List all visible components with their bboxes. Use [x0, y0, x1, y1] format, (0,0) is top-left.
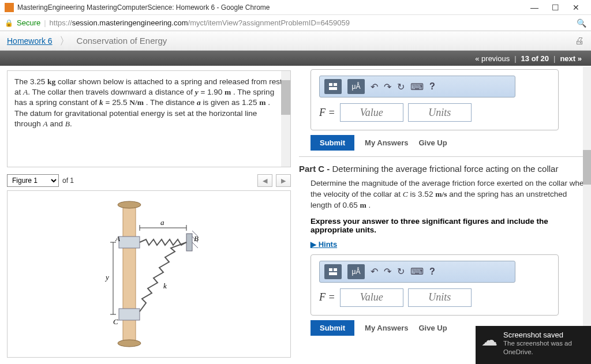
redo-icon[interactable]: ↷ — [384, 266, 391, 277]
position-indicator: 13 of 20 — [521, 54, 549, 63]
right-panel: μÅ ↶ ↷ ↻ ⌨ ? F = Submit My Answers Give … — [294, 66, 591, 364]
page-scrollbar-track[interactable] — [583, 67, 591, 352]
problem-statement: The 3.25 kg collar shown below is attach… — [7, 70, 291, 167]
give-up-link[interactable]: Give Up — [418, 324, 447, 332]
svg-text:k: k — [163, 282, 167, 290]
cloud-icon: ☁ — [481, 331, 498, 359]
symbols-icon[interactable]: μÅ — [347, 79, 365, 94]
submit-button[interactable]: Submit — [311, 320, 354, 336]
chevron-right-icon: 〉 — [59, 34, 70, 48]
zoom-icon[interactable]: 🔍 — [577, 18, 586, 28]
express-instruction: Express your answer to three significant… — [299, 217, 589, 234]
next-link[interactable]: next » — [560, 54, 582, 63]
equation-toolbar-c: μÅ ↶ ↷ ↻ ⌨ ? — [319, 261, 515, 283]
problem-nav: « previous | 13 of 20 | next » — [0, 51, 591, 66]
close-button[interactable]: ✕ — [566, 1, 586, 14]
value-input[interactable] — [340, 103, 403, 122]
part-c-header: Part C - Determining the average frictio… — [299, 156, 589, 174]
svg-rect-25 — [334, 268, 337, 271]
svg-rect-3 — [119, 237, 140, 248]
undo-icon[interactable]: ↶ — [371, 266, 378, 277]
print-icon[interactable]: 🖨 — [575, 36, 584, 46]
svg-line-8 — [192, 242, 198, 248]
hints-link[interactable]: Hints — [311, 240, 337, 249]
svg-rect-26 — [329, 272, 337, 275]
minimize-button[interactable]: — — [524, 1, 545, 14]
toast-subtitle: The screenshot was ad OneDrive. — [503, 339, 585, 357]
figure-count: of 1 — [62, 177, 74, 185]
svg-text:C: C — [113, 317, 118, 326]
svg-rect-21 — [329, 83, 332, 86]
part-c-body: Determine the magnitude of the average f… — [299, 178, 589, 211]
svg-rect-24 — [329, 268, 332, 271]
figure-toolbar: Figure 1 of 1 ◀ ▶ — [7, 174, 291, 187]
units-input[interactable] — [408, 288, 472, 307]
equation-toolbar: μÅ ↶ ↷ ↻ ⌨ ? — [319, 76, 515, 97]
breadcrumb-link-homework[interactable]: Homework 6 — [7, 36, 53, 46]
equation-row: F = — [319, 103, 550, 122]
submit-button[interactable]: Submit — [311, 135, 354, 151]
redo-icon[interactable]: ↷ — [384, 81, 391, 92]
address-bar: 🔒 Secure | https://session.masteringengi… — [0, 15, 591, 31]
app-icon — [5, 3, 14, 12]
prev-link[interactable]: « previous — [475, 54, 510, 63]
lock-icon: 🔒 — [5, 19, 13, 27]
svg-text:B: B — [194, 234, 199, 243]
keyboard-icon[interactable]: ⌨ — [410, 81, 424, 92]
toast-title: Screenshot saved — [503, 331, 585, 339]
svg-text:y: y — [104, 273, 109, 282]
value-input[interactable] — [340, 288, 403, 307]
url[interactable]: https://session.masteringengineering.com… — [50, 18, 350, 27]
figure-prev-button[interactable]: ◀ — [257, 174, 272, 187]
reset-icon[interactable]: ↻ — [397, 81, 405, 92]
f-equals-label: F = — [319, 107, 335, 119]
template-icon[interactable] — [324, 264, 342, 279]
left-panel: The 3.25 kg collar shown below is attach… — [0, 66, 294, 364]
help-icon[interactable]: ? — [429, 267, 435, 277]
breadcrumb: Homework 6 〉 Conservation of Energy 🖨 — [0, 31, 591, 51]
svg-point-2 — [118, 340, 141, 347]
figure-next-button[interactable]: ▶ — [276, 174, 291, 187]
answer-box-partb: μÅ ↶ ↷ ↻ ⌨ ? F = — [311, 69, 559, 130]
button-row-b: Submit My Answers Give Up — [311, 135, 589, 151]
svg-rect-4 — [119, 309, 140, 320]
svg-rect-5 — [186, 234, 192, 251]
figure-select[interactable]: Figure 1 — [7, 174, 59, 187]
svg-text:A: A — [115, 234, 120, 243]
secure-label: Secure — [17, 18, 40, 27]
screenshot-toast[interactable]: ☁ Screenshot saved The screenshot was ad… — [476, 326, 591, 364]
window-title: MasteringEngineering MasteringComputerSc… — [17, 3, 524, 12]
answer-box-partc: μÅ ↶ ↷ ↻ ⌨ ? F = — [311, 254, 559, 316]
page-scrollbar-thumb[interactable] — [583, 150, 591, 185]
page-title: Conservation of Energy — [77, 36, 167, 46]
content-area: The 3.25 kg collar shown below is attach… — [0, 66, 591, 364]
svg-rect-0 — [123, 205, 136, 343]
template-icon[interactable] — [324, 79, 342, 94]
svg-rect-22 — [334, 83, 337, 86]
give-up-link[interactable]: Give Up — [418, 138, 447, 147]
symbols-icon[interactable]: μÅ — [347, 264, 365, 279]
help-icon[interactable]: ? — [429, 81, 435, 92]
my-answers-link[interactable]: My Answers — [365, 138, 408, 147]
equation-row-c: F = — [319, 288, 550, 307]
figure-diagram: A B C a y k — [80, 196, 218, 352]
maximize-button[interactable]: ☐ — [545, 1, 566, 14]
scrollbar-thumb[interactable] — [281, 80, 290, 115]
my-answers-link[interactable]: My Answers — [365, 324, 408, 332]
svg-point-1 — [118, 201, 141, 208]
svg-text:a: a — [160, 218, 164, 227]
keyboard-icon[interactable]: ⌨ — [410, 266, 424, 277]
window-titlebar: MasteringEngineering MasteringComputerSc… — [0, 0, 591, 15]
undo-icon[interactable]: ↶ — [371, 81, 378, 92]
f-equals-label: F = — [319, 291, 335, 303]
units-input[interactable] — [408, 103, 472, 122]
figure-canvas: A B C a y k — [7, 190, 291, 358]
svg-rect-23 — [329, 87, 337, 90]
reset-icon[interactable]: ↻ — [397, 266, 405, 277]
